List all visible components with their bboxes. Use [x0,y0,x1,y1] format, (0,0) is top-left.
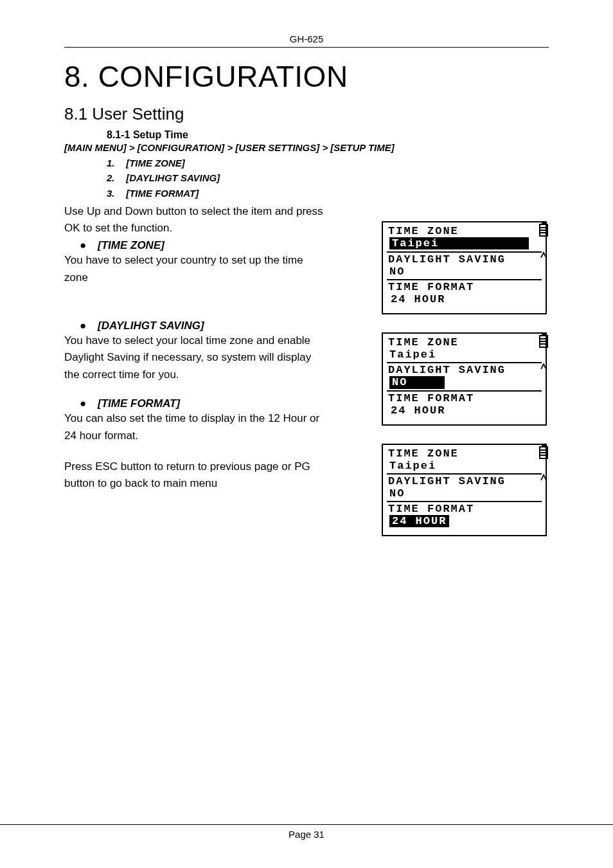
satellite-icon [539,248,548,261]
lcd-screen-timeformat: TIME ZONE Taipei DAYLIGHT SAVING NO TIME… [382,444,547,537]
page-footer: Page 31 [0,824,613,840]
lcd-status-icons [539,446,548,484]
satellite-icon [539,471,548,484]
lcd-value-timeformat: 24 HOUR [389,404,445,417]
chapter-title: 8. CONFIGURATION [64,59,549,94]
subsection-title: 8.1-1 Setup Time [107,129,549,141]
battery-icon [539,335,548,348]
lcd-value-timezone: Taipei [387,348,542,363]
bullet-label: [TIME ZONE] [98,239,164,252]
bullet-label: [DAYLIHGT SAVING] [98,320,204,332]
lcd-value-daylight: NO [387,266,542,280]
list-number: 2. [107,170,123,185]
list-number: 1. [107,156,123,170]
bullet-icon: ● [80,397,98,410]
lcd-label-daylight: DAYLIGHT SAVING [387,364,542,376]
list-label: [TIME ZONE] [126,158,185,168]
section-time-zone: ● [TIME ZONE] You have to select your co… [64,239,325,286]
page-number: Page 31 [289,829,324,840]
lcd-value-daylight: NO [387,487,542,502]
section-daylight-saving: ● [DAYLIHGT SAVING] You have to select y… [64,320,325,383]
lcd-screen-daylight: TIME ZONE Taipei DAYLIGHT SAVING NO TIME… [382,332,547,426]
battery-icon [539,224,548,237]
lcd-value-timeformat: 24 HOUR [389,293,445,305]
list-label: [TIME FORMAT] [126,188,199,199]
intro-text: Use Up and Down button to select the ite… [64,203,325,237]
section-body: You have to select your local time zone … [64,332,325,383]
lcd-value-row: 24 HOUR [387,515,542,529]
lcd-selected-value: 24 HOUR [389,515,449,528]
section-title: 8.1 User Setting [64,104,549,124]
lcd-selected-value: Taipei [389,237,529,250]
bullet-label: [TIME FORMAT] [98,397,180,410]
outro-text: Press ESC button to return to previous p… [64,458,325,493]
text-column: Use Up and Down button to select the ite… [64,203,325,493]
page-header: GH-625 [64,33,549,48]
list-item: 2. [DAYLIHGT SAVING] [107,170,549,185]
content-columns: Use Up and Down button to select the ite… [64,203,549,555]
lcd-value-row: Taipei [387,237,542,253]
lcd-value-row: NO [387,376,542,392]
page: GH-625 8. CONFIGURATION 8.1 User Setting… [0,0,613,868]
lcd-label-timezone: TIME ZONE [387,448,542,460]
lcd-label-daylight: DAYLIGHT SAVING [387,253,542,266]
lcd-status-icons [539,224,548,261]
list-item: 1. [TIME ZONE] [107,156,549,170]
screenshot-column: TIME ZONE Taipei DAYLIGHT SAVING NO TIME… [325,203,549,555]
lcd-label-timeformat: TIME FORMAT [387,392,542,404]
section-body: You can also set the time to display in … [64,410,325,444]
lcd-label-timezone: TIME ZONE [387,336,542,348]
bullet-icon: ● [80,239,98,252]
lcd-selected-value: NO [389,376,445,389]
lcd-label-timezone: TIME ZONE [387,225,542,237]
battery-icon [539,446,548,459]
lcd-status-icons [539,335,548,372]
lcd-label-timeformat: TIME FORMAT [387,281,542,293]
section-body: You have to select your country to set u… [64,252,325,286]
lcd-label-timeformat: TIME FORMAT [387,503,542,515]
lcd-screen-timezone: TIME ZONE Taipei DAYLIGHT SAVING NO TIME… [382,221,547,315]
device-model: GH-625 [290,33,324,44]
list-item: 3. [TIME FORMAT] [107,186,549,201]
section-time-format: ● [TIME FORMAT] You can also set the tim… [64,397,325,444]
lcd-value-timezone: Taipei [387,460,542,475]
menu-options-list: 1. [TIME ZONE] 2. [DAYLIHGT SAVING] 3. [… [107,156,549,201]
satellite-icon [539,359,548,372]
lcd-label-daylight: DAYLIGHT SAVING [387,475,542,487]
list-label: [DAYLIHGT SAVING] [126,172,220,183]
bullet-icon: ● [80,320,98,332]
list-number: 3. [107,186,123,201]
menu-breadcrumb: [MAIN MENU] > [CONFIGURATION] > [USER SE… [64,142,549,153]
